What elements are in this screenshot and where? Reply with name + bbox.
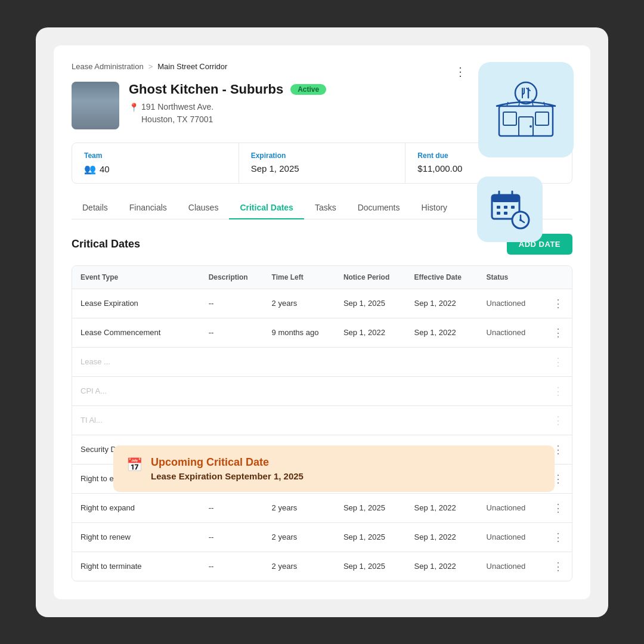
row-menu-button[interactable]: ⋮ — [541, 347, 572, 376]
tab-details[interactable]: Details — [72, 197, 119, 219]
svg-rect-21 — [497, 206, 500, 209]
more-options-button[interactable]: ⋮ — [450, 62, 471, 81]
svg-rect-24 — [497, 212, 500, 215]
table-row: Lease Commencement--9 months agoSep 1, 2… — [72, 318, 572, 347]
property-name: Ghost Kitchen - Suburbs — [129, 82, 283, 97]
col-status: Status — [478, 266, 541, 289]
tab-tasks[interactable]: Tasks — [304, 197, 347, 219]
svg-rect-25 — [504, 212, 507, 215]
notification-body: Lease Expiration September 1, 2025 — [151, 471, 304, 481]
col-notice-period: Notice Period — [335, 266, 406, 289]
notification-icon: 📅 — [126, 457, 143, 473]
restaurant-illustration — [490, 80, 562, 140]
row-menu-button[interactable]: ⋮ — [541, 522, 572, 552]
property-image — [72, 82, 119, 129]
row-menu-button[interactable]: ⋮ — [541, 552, 572, 581]
notification-title: Upcoming Critical Date — [151, 456, 304, 469]
svg-rect-18 — [492, 195, 519, 202]
tab-documents[interactable]: Documents — [347, 197, 411, 219]
main-card: Lease Administration > Main Street Corri… — [36, 27, 608, 617]
table-row: Lease Expiration--2 yearsSep 1, 2025Sep … — [72, 289, 572, 318]
table-row: CPI A...⋮ — [72, 376, 572, 405]
breadcrumb-separator: > — [148, 62, 153, 71]
col-time-left: Time Left — [264, 266, 335, 289]
svg-point-29 — [519, 219, 522, 221]
stat-expiration: Expiration Sep 1, 2025 — [239, 143, 406, 183]
team-icon: 👥 — [84, 163, 96, 175]
critical-dates-table: Event Type Description Time Left Notice … — [72, 265, 572, 581]
table-row: TI Al...⋮ — [72, 405, 572, 435]
illustration-box — [478, 62, 574, 157]
table-row: Right to renew--2 yearsSep 1, 2025Sep 1,… — [72, 522, 572, 552]
location-icon: 📍 — [129, 101, 139, 114]
svg-point-16 — [530, 125, 532, 128]
notification-content: Upcoming Critical Date Lease Expiration … — [151, 456, 304, 481]
expiration-label: Expiration — [251, 151, 394, 160]
col-event-type: Event Type — [72, 266, 200, 289]
tab-clauses[interactable]: Clauses — [178, 197, 230, 219]
svg-rect-14 — [535, 112, 549, 125]
svg-rect-22 — [504, 206, 507, 209]
table-header-row: Event Type Description Time Left Notice … — [72, 266, 572, 289]
tab-financials[interactable]: Financials — [119, 197, 178, 219]
row-menu-button[interactable]: ⋮ — [541, 289, 572, 318]
svg-rect-23 — [511, 206, 515, 209]
team-label: Team — [84, 151, 227, 160]
content-panel: Lease Administration > Main Street Corri… — [54, 45, 590, 599]
rent-value: $11,000.00 — [417, 163, 560, 174]
expiration-value: Sep 1, 2025 — [251, 163, 394, 174]
row-menu-button[interactable]: ⋮ — [541, 376, 572, 405]
col-actions — [541, 266, 572, 289]
calendar-clock-overlay — [477, 177, 543, 242]
row-menu-button[interactable]: ⋮ — [541, 493, 572, 522]
table-row: Lease ...⋮ — [72, 347, 572, 376]
svg-rect-6 — [499, 106, 553, 136]
row-menu-button[interactable]: ⋮ — [541, 318, 572, 347]
table-row: Right to terminate--2 yearsSep 1, 2025Se… — [72, 552, 572, 581]
address-line1: 191 Northwest Ave. — [141, 101, 213, 113]
col-effective-date: Effective Date — [406, 266, 478, 289]
address-line2: Houston, TX 77001 — [141, 113, 213, 126]
stat-team: Team 👥 40 — [72, 143, 239, 183]
section-title: Critical Dates — [72, 238, 140, 250]
row-menu-button[interactable]: ⋮ — [541, 405, 572, 435]
tab-critical-dates[interactable]: Critical Dates — [229, 197, 304, 219]
tab-history[interactable]: History — [411, 197, 459, 219]
breadcrumb-link[interactable]: Lease Administration — [72, 62, 144, 71]
breadcrumb-current: Main Street Corridor — [157, 62, 227, 71]
svg-point-0 — [515, 82, 537, 104]
col-description: Description — [200, 266, 264, 289]
table-row: Right to expand--2 yearsSep 1, 2025Sep 1… — [72, 493, 572, 522]
team-value: 👥 40 — [84, 163, 227, 175]
svg-rect-13 — [503, 112, 516, 125]
notification-overlay: 📅 Upcoming Critical Date Lease Expiratio… — [113, 445, 555, 492]
calendar-clock-icon — [488, 188, 531, 231]
status-badge: Active — [290, 84, 326, 95]
